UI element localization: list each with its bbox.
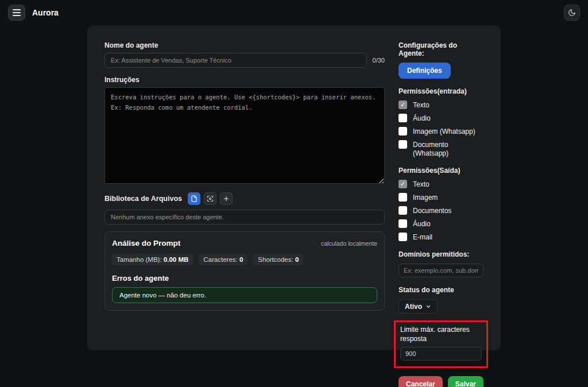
save-button[interactable]: Salvar — [448, 376, 483, 387]
add-attachment-button[interactable] — [220, 192, 233, 205]
checkbox-email-saida[interactable]: ✓ — [399, 233, 407, 241]
checkbox-label: Imagem — [413, 193, 438, 202]
checkbox-label: Documentos — [413, 206, 451, 215]
checkbox-row-documentos-saida[interactable]: ✓ Documentos — [399, 206, 483, 215]
file-library-label: Biblioteca de Arquivos — [105, 195, 182, 203]
char-counter: 0/30 — [373, 57, 385, 64]
domains-label: Domínios permitidos: — [399, 250, 483, 258]
checkbox-row-audio-entrada[interactable]: ✓ Áudio — [399, 114, 483, 123]
agent-errors-title: Erros do agente — [112, 274, 377, 282]
agent-form: Nome do agente 0/30 Instruções Bibliotec… — [105, 41, 385, 334]
plus-icon — [223, 195, 230, 202]
hamburger-icon — [13, 9, 21, 16]
agent-config-card: Nome do agente 0/30 Instruções Bibliotec… — [87, 25, 501, 350]
scan-button[interactable] — [204, 192, 216, 205]
prompt-analysis-panel: Análise do Prompt calculado localmente T… — [105, 231, 385, 311]
domains-input[interactable] — [399, 264, 483, 277]
agent-errors-message: Agente novo — não deu erro. — [112, 287, 377, 303]
checkbox-row-email-saida[interactable]: ✓ E-mail — [399, 233, 483, 242]
stat-size-label: Tamanho (MB): — [117, 256, 162, 263]
analysis-title: Análise do Prompt — [112, 239, 180, 247]
agent-status-select[interactable]: Ativo — [399, 299, 438, 314]
checkbox-imagem-whatsapp[interactable]: ✓ — [399, 127, 407, 136]
settings-title: Configurações do Agente: — [399, 41, 483, 57]
checkbox-label: Áudio — [413, 114, 431, 123]
agent-status-label: Status do agente — [399, 286, 483, 294]
stat-shortcodes-value: 0 — [295, 256, 299, 263]
checkbox-row-texto-saida[interactable]: ✓ Texto — [399, 180, 483, 189]
definitions-button[interactable]: Definições — [399, 63, 451, 79]
checkbox-row-imagem-whatsapp[interactable]: ✓ Imagem (Whatsapp) — [399, 127, 483, 136]
char-limit-label: Limite máx. caracteres resposta — [400, 325, 482, 343]
char-limit-input[interactable] — [400, 347, 482, 361]
checkbox-documento-whatsapp[interactable]: ✓ — [399, 140, 407, 149]
checkbox-texto-saida[interactable]: ✓ — [399, 180, 407, 188]
agent-name-input[interactable] — [105, 53, 367, 68]
checkbox-audio-entrada[interactable]: ✓ — [399, 114, 407, 122]
menu-button[interactable] — [8, 5, 25, 21]
checkbox-label: Documento (Whatsapp) — [413, 140, 483, 158]
checkbox-label: Áudio — [413, 219, 431, 229]
stat-characters-value: 0 — [239, 256, 243, 263]
stat-size-value: 0.00 MB — [164, 256, 188, 263]
chevron-down-icon — [425, 304, 431, 309]
instructions-label: Instruções — [105, 76, 385, 84]
agent-name-label: Nome do agente — [105, 41, 385, 49]
checkbox-label: Texto — [413, 100, 430, 110]
checkbox-row-audio-saida[interactable]: ✓ Áudio — [399, 219, 483, 229]
permissions-output-label: Permissões(Saída) — [399, 167, 483, 175]
analysis-note: calculado localmente — [321, 240, 377, 247]
checkbox-row-texto-entrada[interactable]: ✓ Texto — [399, 100, 483, 110]
instructions-textarea[interactable] — [105, 87, 385, 184]
checkbox-documentos-saida[interactable]: ✓ — [399, 206, 407, 215]
resize-grip-icon[interactable] — [378, 178, 384, 183]
theme-toggle-button[interactable] — [564, 5, 580, 21]
app-title: Aurora — [32, 8, 59, 17]
permissions-input-label: Permissões(entrada) — [399, 87, 483, 95]
attachments-empty-message: Nenhum anexo específico deste agente. — [105, 210, 385, 225]
check-icon: ✓ — [400, 102, 405, 108]
agent-status-value: Ativo — [405, 303, 422, 311]
cancel-button[interactable]: Cancelar — [399, 376, 443, 387]
annotation-highlight-box: Limite máx. caracteres resposta — [394, 320, 488, 368]
checkbox-imagem-saida[interactable]: ✓ — [399, 193, 407, 202]
stat-size: Tamanho (MB): 0.00 MB — [112, 254, 193, 265]
checkbox-label: Imagem (Whatsapp) — [413, 127, 475, 136]
file-library-button[interactable] — [188, 192, 200, 205]
checkbox-row-documento-whatsapp[interactable]: ✓ Documento (Whatsapp) — [399, 140, 483, 158]
stat-shortcodes: Shortcodes: 0 — [253, 254, 303, 265]
check-icon: ✓ — [400, 181, 405, 187]
checkbox-label: Texto — [413, 180, 430, 189]
stat-shortcodes-label: Shortcodes: — [258, 256, 293, 263]
checkbox-row-imagem-saida[interactable]: ✓ Imagem — [399, 193, 483, 202]
stat-characters: Caracteres: 0 — [199, 254, 247, 265]
stat-characters-label: Caracteres: — [203, 256, 237, 263]
agent-settings-sidebar: Configurações do Agente: Definições Perm… — [399, 41, 483, 334]
checkbox-texto-entrada[interactable]: ✓ — [399, 100, 407, 109]
scan-icon — [207, 195, 214, 202]
checkbox-audio-saida[interactable]: ✓ — [399, 219, 407, 228]
checkbox-label: E-mail — [413, 233, 432, 242]
topbar: Aurora — [0, 0, 588, 25]
moon-icon — [568, 9, 576, 17]
file-icon — [191, 195, 198, 202]
